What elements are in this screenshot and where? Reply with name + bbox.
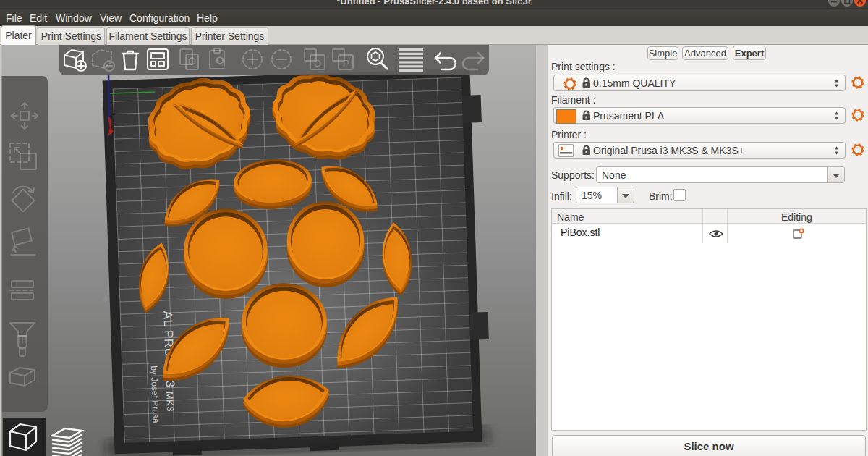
svg-text:O: O [314, 58, 321, 69]
svg-text:P: P [343, 58, 349, 69]
